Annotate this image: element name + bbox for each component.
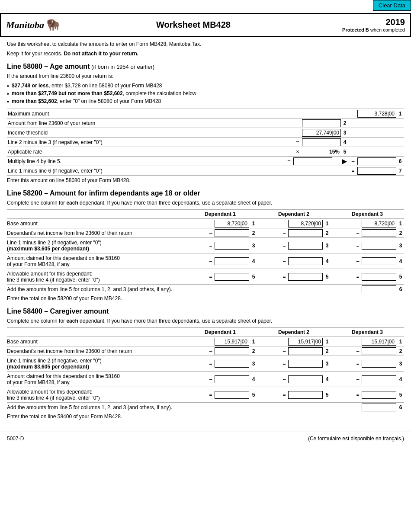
- dep-58400-total-input[interactable]: [362, 404, 396, 411]
- dep-58400-row4: Amount claimed for this dependant on lin…: [7, 371, 404, 387]
- row-threshold-value: 27,749|00: [302, 129, 341, 137]
- row-max-label: Maximum amount: [7, 111, 254, 117]
- row-1minus6-label: Line 1 minus line 6 (if negative, enter …: [7, 168, 289, 174]
- dep3-58400-row3-cell: = 3: [331, 360, 404, 368]
- dep-58400-row2: Dependant's net income from line 23600 o…: [7, 346, 404, 356]
- bullet-1: • $27,749 or less, enter $3,728 on line …: [7, 83, 404, 90]
- dep3-58400-row2-cell: – 2: [331, 347, 404, 355]
- row-rate-label: Applicable rate: [7, 149, 293, 155]
- row-income-threshold: Income threshold – 27,749|00 3: [7, 128, 404, 138]
- enter-58400-note: Enter the total on line 58400 of your Fo…: [7, 413, 404, 420]
- footer-code: 5007-D: [7, 436, 24, 442]
- dep2-58400-r1-val: 15,917|00: [288, 338, 323, 346]
- dep2-header-58400: Dependant 2: [257, 329, 331, 335]
- row-1minus6-input[interactable]: [357, 167, 396, 175]
- dep1-58200-row5-cell: = 5: [183, 273, 257, 281]
- row-multiply: Multiply line 4 by line 5. = ▶ – 6: [7, 157, 404, 166]
- top-bar: Clear Data: [0, 0, 411, 13]
- clear-data-button[interactable]: Clear Data: [373, 0, 411, 11]
- row-threshold-linenum: 3: [341, 130, 349, 136]
- dep-58200-row5: Allowable amount for this dependant:line…: [7, 269, 404, 284]
- dep1-58200-r2-input[interactable]: [215, 229, 249, 237]
- section-58400: Line 58400 – Caregiver amount Complete o…: [7, 308, 404, 420]
- row-multiply-input[interactable]: [293, 157, 332, 165]
- dep2-58200-r4-input[interactable]: [288, 257, 323, 265]
- dep-58200-row4: Amount claimed for this dependant on lin…: [7, 253, 404, 269]
- row-multiply-right-input[interactable]: [357, 157, 396, 165]
- dep3-58200-r4-input[interactable]: [362, 257, 396, 265]
- dep2-58200-r5-input[interactable]: [288, 273, 323, 281]
- dep1-58200-r3-input[interactable]: [215, 242, 249, 250]
- dep1-58400-r5-input[interactable]: [215, 391, 249, 399]
- dep1-58400-row3-cell: = 3: [183, 360, 257, 368]
- row-2minus3-label: Line 2 minus line 3 (if negative, enter …: [7, 139, 293, 145]
- row-1minus6-op: =: [349, 168, 357, 174]
- footer-french: (Ce formulaire est disponible en françai…: [308, 436, 404, 442]
- year-label: 2019: [327, 17, 405, 27]
- dep-58400-row6: Add the amounts from line 5 for columns …: [7, 402, 404, 412]
- row-2minus3-linenum: 4: [341, 139, 349, 145]
- dep1-header-58400: Dependant 1: [183, 329, 257, 335]
- row-multiply-op2: –: [349, 158, 357, 164]
- dep3-58400-r5-input[interactable]: [362, 391, 396, 399]
- dep1-58200-r1-val: 8,720|00: [215, 220, 249, 228]
- row-line23600: Amount from line 23600 of your return 2: [7, 119, 404, 128]
- dep1-58200-r5-input[interactable]: [215, 273, 249, 281]
- dep1-58400-r4-input[interactable]: [215, 375, 249, 383]
- line58080-table: Maximum amount 3,728|00 1 Amount from li…: [7, 109, 404, 176]
- enter-58080-note: Enter this amount on line 58080 of your …: [7, 177, 404, 183]
- dep2-58200-row4-cell: – 4: [257, 257, 331, 265]
- row-multiply-label: Multiply line 4 by line 5.: [7, 158, 285, 164]
- dep-58200-row3: Line 1 minus line 2 (if negative, enter …: [7, 237, 404, 253]
- dep3-58200-r2-input[interactable]: [362, 229, 396, 237]
- bullet-list: • $27,749 or less, enter $3,728 on line …: [7, 83, 404, 105]
- dep3-58200-r3-input[interactable]: [362, 242, 396, 250]
- dep1-58200-row2-cell: – 2: [183, 229, 257, 237]
- dep2-58200-row3-cell: = 3: [257, 242, 331, 250]
- dep3-header-58400: Dependant 3: [331, 329, 404, 335]
- dep1-58200-row3-cell: = 3: [183, 242, 257, 250]
- dep2-58400-r3-input[interactable]: [288, 360, 323, 368]
- section-58200: Line 58200 – Amount for infirm dependant…: [7, 189, 404, 301]
- row-line2-minus-3: Line 2 minus line 3 (if negative, enter …: [7, 138, 404, 147]
- dep1-58400-row1-cell: 15,917|00 1: [183, 338, 257, 346]
- dep1-58200-r4-input[interactable]: [215, 257, 249, 265]
- dep2-58400-row2-cell: – 2: [257, 347, 331, 355]
- dep3-58400-r2-input[interactable]: [362, 347, 396, 355]
- row-multiply-op: =: [285, 158, 293, 164]
- dep-58200-total-input[interactable]: [362, 285, 396, 293]
- dep1-58400-r2-input[interactable]: [215, 347, 249, 355]
- row-threshold-op: –: [293, 129, 302, 136]
- row-max-value: 3,728|00: [357, 110, 396, 118]
- condition-intro: If the amount from line 23600 of your re…: [7, 73, 404, 79]
- dep2-58400-r2-input[interactable]: [288, 347, 323, 355]
- dep-58400-row3: Line 1 minus line 2 (if negative, enter …: [7, 356, 404, 371]
- row-2minus3-input[interactable]: [302, 138, 341, 146]
- dep1-58400-r3-input[interactable]: [215, 360, 249, 368]
- row-applicable-rate: Applicable rate × 15% 5: [7, 147, 404, 157]
- row-multiply-right-linenum: 6: [396, 158, 404, 164]
- dep3-header-58200: Dependant 3: [331, 211, 404, 217]
- dep-58400-total-cell: 6: [331, 404, 404, 411]
- dep3-58200-r5-input[interactable]: [362, 273, 396, 281]
- dep2-58200-row5-cell: = 5: [257, 273, 331, 281]
- bullet-3: • more than $52,602, enter "0" on line 5…: [7, 98, 404, 105]
- section-58080-title: Line 58080 – Age amount (if born in 1954…: [7, 63, 404, 71]
- row-2minus3-op: =: [293, 139, 302, 145]
- dep3-58400-r4-input[interactable]: [362, 375, 396, 383]
- dep2-58200-r2-input[interactable]: [288, 229, 323, 237]
- intro-line2: Keep it for your records. Do not attach …: [7, 51, 404, 57]
- dep2-58400-r5-input[interactable]: [288, 391, 323, 399]
- dep2-58400-r4-input[interactable]: [288, 375, 323, 383]
- dep3-58400-r3-input[interactable]: [362, 360, 396, 368]
- dep3-58200-r1-val: 8,720|00: [362, 220, 396, 228]
- protected-b-label: Protected B when completed: [327, 27, 405, 32]
- dep2-58200-r3-input[interactable]: [288, 242, 323, 250]
- dep2-58400-row4-cell: – 4: [257, 375, 331, 383]
- logo-area: Manitoba 🦬: [6, 18, 60, 32]
- worksheet-title: Worksheet MB428: [60, 20, 327, 30]
- row-23600-input[interactable]: [302, 119, 341, 127]
- dep3-58200-row2-cell: – 2: [331, 229, 404, 237]
- section-58400-title: Line 58400 – Caregiver amount: [7, 308, 404, 315]
- dep-header-58400: Dependant 1 Dependant 2 Dependant 3: [7, 327, 404, 337]
